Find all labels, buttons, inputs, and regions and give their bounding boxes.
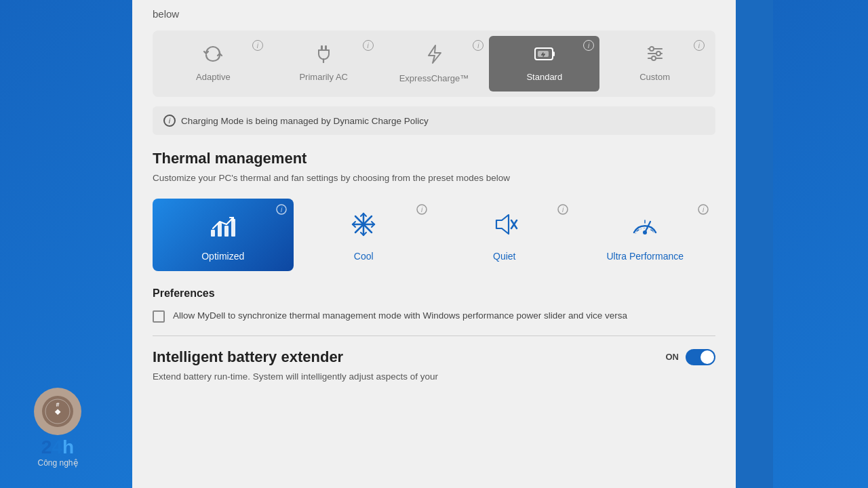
svg-text:i: i <box>561 206 564 214</box>
info-icon-custom: i <box>694 40 705 51</box>
section-divider <box>153 336 715 336</box>
info-icon-optimized: i <box>276 204 287 218</box>
battery-icon <box>534 44 555 68</box>
svg-marker-3 <box>429 45 441 63</box>
info-icon-standard: i <box>583 40 594 51</box>
charge-option-custom[interactable]: i Custom <box>599 36 710 92</box>
svg-text:#: # <box>56 401 59 408</box>
logo-watermark: # ❖ 24h Công nghệ <box>34 388 81 468</box>
intelligent-battery-row: Intelligent battery extender ON <box>153 348 715 366</box>
svg-rect-1 <box>325 45 327 50</box>
toggle-knob <box>701 350 714 364</box>
thermal-options: i Optimized i <box>153 199 715 271</box>
svg-line-47 <box>651 230 653 231</box>
charge-label-standard: Standard <box>526 72 562 82</box>
charge-option-standard[interactable]: i Standard <box>489 36 599 92</box>
svg-text:❖: ❖ <box>54 408 61 416</box>
plug-icon <box>313 44 334 68</box>
charge-label-expresscharge: ExpressCharge™ <box>399 73 469 83</box>
thermal-option-quiet[interactable]: i Quiet <box>434 199 575 271</box>
thermal-label-optimized: Optimized <box>201 251 244 262</box>
top-note: below <box>153 0 715 30</box>
svg-marker-39 <box>496 215 509 234</box>
svg-rect-5 <box>553 52 555 56</box>
svg-rect-0 <box>321 45 323 50</box>
battery-title: Intelligent battery extender <box>153 348 343 366</box>
gauge-icon <box>630 211 660 244</box>
svg-point-45 <box>643 230 647 235</box>
thermal-option-ultra[interactable]: i Ultra Performance <box>575 199 716 271</box>
battery-toggle[interactable] <box>686 349 715 365</box>
svg-point-14 <box>656 52 660 56</box>
battery-desc: Extend battery run-time. System will int… <box>153 370 715 384</box>
sliders-icon <box>645 44 665 68</box>
battery-toggle-label: ON <box>666 352 679 362</box>
svg-point-36 <box>361 222 366 226</box>
svg-rect-20 <box>224 226 229 237</box>
preferences-title: Preferences <box>153 287 715 300</box>
charge-info-text: Charging Mode is being managed by Dynami… <box>181 116 429 126</box>
adaptive-icon <box>203 44 223 68</box>
charge-mode-selector: i Adaptive i <box>153 30 715 97</box>
optimized-icon <box>208 211 238 244</box>
info-icon-expresscharge: i <box>473 40 484 51</box>
thermal-option-cool[interactable]: i <box>294 199 435 271</box>
svg-point-15 <box>652 56 656 60</box>
sync-thermal-checkbox[interactable] <box>153 310 165 323</box>
battery-toggle-row: ON <box>666 349 716 365</box>
charge-option-adaptive[interactable]: i Adaptive <box>158 36 269 92</box>
info-icon-adaptive: i <box>252 40 263 51</box>
logo-sub: Công nghệ <box>37 458 77 468</box>
charge-label-primarily-ac: Primarily AC <box>299 72 348 82</box>
charge-label-custom: Custom <box>639 72 670 82</box>
svg-text:i: i <box>703 206 705 214</box>
info-icon-quiet: i <box>557 204 568 218</box>
thermal-label-cool: Cool <box>354 251 374 262</box>
info-icon-cool: i <box>416 204 427 218</box>
thermal-label-quiet: Quiet <box>493 251 515 262</box>
logo-24h: 24h <box>41 438 74 457</box>
svg-text:i: i <box>280 206 282 214</box>
thermal-desc: Customize your PC's thermal and fan sett… <box>153 171 715 185</box>
thermal-label-ultra: Ultra Performance <box>606 251 684 262</box>
charge-option-expresscharge[interactable]: i ExpressCharge™ <box>379 36 490 92</box>
mute-icon <box>491 211 518 244</box>
svg-line-46 <box>637 230 639 231</box>
svg-rect-19 <box>218 223 222 237</box>
svg-point-13 <box>650 47 654 51</box>
charge-option-primarily-ac[interactable]: i Primarily AC <box>269 36 379 92</box>
sync-thermal-text: Allow MyDell to synchronize thermal mana… <box>173 309 627 323</box>
info-circle-icon: i <box>163 115 176 127</box>
charge-label-adaptive: Adaptive <box>196 72 231 82</box>
charge-info-bar: i Charging Mode is being managed by Dyna… <box>153 106 715 135</box>
preference-item: Allow MyDell to synchronize thermal mana… <box>153 309 715 323</box>
svg-rect-18 <box>211 230 215 237</box>
info-icon-primarily-ac: i <box>363 40 374 51</box>
thermal-option-optimized[interactable]: i Optimized <box>153 199 294 271</box>
svg-text:i: i <box>421 206 423 214</box>
snowflake-icon <box>350 211 377 244</box>
thermal-title: Thermal management <box>153 150 715 167</box>
info-icon-ultra: i <box>698 204 709 218</box>
lightning-icon <box>426 44 442 69</box>
logo-circle: # ❖ <box>34 388 81 435</box>
